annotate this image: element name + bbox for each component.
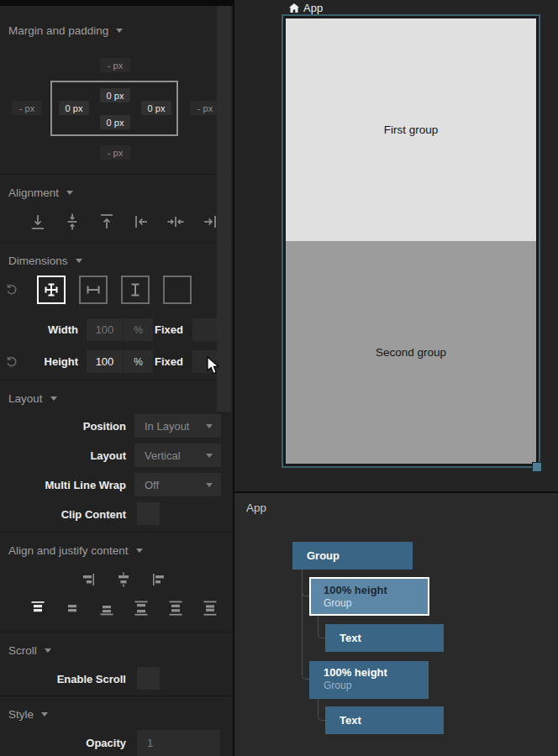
justify-space-evenly-icon	[201, 599, 219, 617]
section-header-style[interactable]: Style	[8, 708, 48, 721]
first-group-preview[interactable]: First group	[286, 18, 536, 241]
justify-content-bottom-button[interactable]	[97, 599, 116, 617]
margin-right-field[interactable]: - px	[190, 101, 220, 115]
margin-left-field[interactable]: - px	[12, 101, 42, 115]
tree-root-label[interactable]: App	[246, 501, 266, 514]
align-bottom-button[interactable]	[28, 212, 48, 232]
app-root-frame[interactable]: First group Second group	[282, 14, 540, 468]
width-unit-value: %	[134, 324, 143, 336]
height-unit-selector[interactable]: %	[124, 350, 153, 373]
second-group-preview[interactable]: Second group	[286, 241, 536, 464]
clip-content-checkbox[interactable]	[137, 502, 160, 525]
home-icon	[289, 3, 299, 13]
breadcrumb[interactable]: App	[289, 2, 323, 14]
justify-content-center-button[interactable]	[63, 599, 82, 617]
canvas-area[interactable]: App First group Second group	[234, 0, 558, 492]
node-label: Text	[340, 632, 361, 644]
margin-bottom-value: - px	[108, 148, 123, 158]
height-fixed-checkbox[interactable]	[192, 350, 219, 373]
position-value: In Layout	[145, 420, 190, 433]
justify-content-space-around-button[interactable]	[166, 599, 185, 617]
width-fixed-label: Fixed	[155, 323, 188, 336]
panel-top-strip	[0, 0, 233, 6]
section-header-dimensions[interactable]: Dimensions	[8, 255, 82, 267]
chevron-down-icon	[50, 396, 57, 401]
padding-top-field[interactable]: 0 px	[100, 88, 130, 102]
multi-line-wrap-dropdown[interactable]: Off	[134, 473, 221, 496]
tree-node-text-2[interactable]: Text	[325, 706, 444, 734]
section-header-margin-padding[interactable]: Margin and padding	[8, 24, 123, 37]
size-mode-width-button[interactable]	[79, 276, 108, 304]
tree-connector	[302, 570, 309, 680]
section-header-scroll[interactable]: Scroll	[8, 644, 51, 657]
multi-line-wrap-label: Multi Line Wrap	[0, 479, 126, 491]
align-content-right-icon	[80, 570, 98, 589]
section-header-align-justify[interactable]: Align and justify content	[8, 544, 143, 557]
chevron-down-icon	[76, 259, 82, 263]
node-subtitle: Group	[324, 597, 428, 609]
tree-node-text-1[interactable]: Text	[325, 624, 444, 652]
tree-node-100-height-group-selected[interactable]: 100% height Group	[309, 577, 429, 616]
section-header-layout[interactable]: Layout	[8, 392, 57, 405]
chevron-down-icon	[206, 424, 213, 428]
opacity-label: Opacity	[0, 737, 126, 749]
justify-center-icon	[63, 599, 82, 617]
section-title: Layout	[8, 392, 43, 405]
chevron-down-icon	[45, 648, 51, 653]
justify-content-space-between-button[interactable]	[132, 599, 150, 617]
align-horizontal-center-button[interactable]	[166, 212, 186, 232]
height-input[interactable]	[87, 350, 123, 373]
second-group-text: Second group	[376, 346, 446, 359]
tree-node-group[interactable]: Group	[292, 542, 413, 570]
align-vertical-center-button[interactable]	[62, 212, 82, 232]
layout-dropdown[interactable]: Vertical	[134, 444, 221, 467]
section-divider	[0, 632, 233, 633]
chevron-down-icon	[136, 549, 143, 553]
chevron-down-icon	[116, 29, 123, 33]
width-fixed-checkbox[interactable]	[192, 318, 219, 341]
width-input[interactable]	[87, 318, 123, 341]
panel-scrollbar-thumb[interactable]	[217, 6, 231, 412]
padding-right-field[interactable]: 0 px	[141, 101, 171, 115]
align-left-icon	[131, 212, 151, 232]
chevron-down-icon	[206, 454, 213, 458]
section-divider	[0, 696, 233, 696]
margin-top-field[interactable]: - px	[100, 58, 130, 72]
align-content-center-button[interactable]	[114, 570, 133, 589]
section-title: Scroll	[8, 644, 37, 657]
padding-right-value: 0 px	[148, 103, 166, 113]
breadcrumb-label: App	[303, 2, 323, 14]
section-header-alignment[interactable]: Alignment	[8, 186, 73, 199]
align-content-left-button[interactable]	[149, 570, 167, 589]
size-mode-both-button[interactable]	[37, 276, 66, 304]
size-mode-height-button[interactable]	[121, 276, 150, 304]
align-left-button[interactable]	[131, 212, 151, 232]
multi-line-wrap-value: Off	[145, 479, 159, 491]
node-label: Group	[307, 549, 340, 562]
reset-dimensions-button[interactable]	[5, 283, 18, 297]
width-unit-selector[interactable]: %	[124, 318, 153, 341]
justify-content-space-evenly-button[interactable]	[201, 599, 219, 617]
tree-node-100-height-group-2[interactable]: 100% height Group	[309, 661, 429, 699]
frame-resize-handle[interactable]	[532, 462, 542, 472]
padding-left-field[interactable]: 0 px	[59, 101, 89, 115]
app-preview: First group Second group	[286, 18, 536, 464]
align-top-button[interactable]	[97, 212, 117, 232]
size-mode-none-button[interactable]	[163, 276, 192, 304]
opacity-input[interactable]	[137, 730, 220, 756]
margin-bottom-field[interactable]: - px	[100, 145, 130, 160]
enable-scroll-checkbox[interactable]	[137, 667, 160, 690]
padding-bottom-field[interactable]: 0 px	[100, 115, 130, 129]
position-dropdown[interactable]: In Layout	[134, 414, 221, 438]
layout-value: Vertical	[145, 449, 181, 462]
align-bottom-icon	[28, 212, 48, 232]
justify-space-between-icon	[132, 599, 150, 617]
height-fixed-label: Fixed	[155, 355, 188, 368]
align-content-right-button[interactable]	[80, 570, 98, 589]
position-label: Position	[0, 420, 126, 433]
align-content-left-icon	[149, 570, 167, 589]
height-unit-value: %	[134, 356, 143, 368]
first-group-text: First group	[384, 123, 439, 136]
justify-content-top-button[interactable]	[29, 599, 47, 617]
tree-connector	[318, 699, 325, 721]
